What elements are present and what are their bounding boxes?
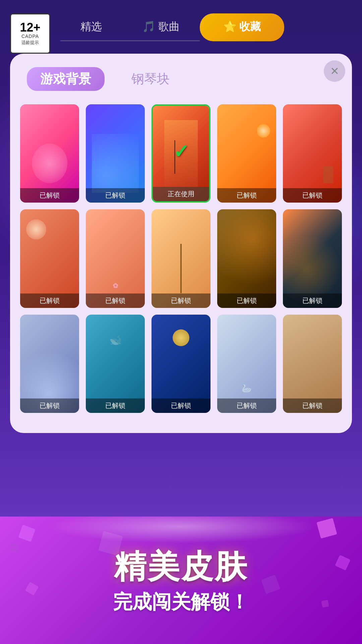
tab-featured[interactable]: 精选 (60, 13, 122, 41)
bg-thumbnail-14: 🦢 (217, 315, 276, 413)
top-navigation: 精选 🎵歌曲 ⭐收藏 (60, 13, 362, 41)
bg-item-label-2: 已解锁 (86, 188, 145, 203)
bg-item-label-11: 已解锁 (20, 398, 79, 413)
bg-thumbnail-5 (283, 104, 342, 203)
bg-item-label-6: 已解锁 (20, 293, 79, 308)
bg-item-label-4: 已解锁 (217, 188, 276, 203)
bg-item-1[interactable]: 已解锁 (20, 104, 79, 203)
age-hint-label: 适龄提示 (21, 40, 39, 46)
bg-thumbnail-11 (20, 315, 79, 413)
piano-block-label: 钢琴块 (131, 72, 170, 86)
bg-item-5[interactable]: 已解锁 (283, 104, 342, 203)
bg-item-2[interactable]: 已解锁 (86, 104, 145, 203)
favorites-label: 收藏 (239, 20, 261, 33)
bg-item-8[interactable]: 已解锁 (152, 209, 210, 308)
bottom-banner: 精美皮肤 完成闯关解锁！ (0, 517, 362, 644)
favorites-icon: ⭐ (223, 20, 237, 33)
bg-item-15[interactable]: 已解锁 (283, 315, 342, 413)
skin-selection-modal: ✕ 游戏背景 钢琴块 已解锁已解锁✓正在使用已解锁已解锁已解锁🌸已解锁已解锁已解… (10, 54, 352, 433)
tab-piano-block[interactable]: 钢琴块 (125, 67, 176, 91)
bg-item-6[interactable]: 已解锁 (20, 209, 79, 308)
bg-item-label-10: 已解锁 (283, 293, 342, 308)
featured-label: 精选 (80, 20, 102, 33)
bg-thumbnail-8 (152, 209, 210, 308)
tab-favorites[interactable]: ⭐收藏 (200, 13, 284, 41)
bg-thumbnail-10 (283, 209, 342, 308)
bg-thumbnail-4 (217, 104, 276, 203)
cadpa-label: CADPA (21, 34, 39, 39)
bg-thumbnail-6 (20, 209, 79, 308)
songs-icon: 🎵 (142, 20, 156, 33)
bg-thumbnail-13 (152, 315, 210, 413)
checkmark-icon: ✓ (173, 141, 189, 162)
background-grid: 已解锁已解锁✓正在使用已解锁已解锁已解锁🌸已解锁已解锁已解锁已解锁已解锁🐋已解锁… (20, 104, 342, 413)
bg-item-10[interactable]: 已解锁 (283, 209, 342, 308)
bg-item-label-5: 已解锁 (283, 188, 342, 203)
bg-item-label-12: 已解锁 (86, 398, 145, 413)
bg-item-3[interactable]: ✓正在使用 (152, 104, 210, 203)
bg-item-label-14: 已解锁 (217, 398, 276, 413)
bg-thumbnail-2 (86, 104, 145, 203)
tab-songs[interactable]: 🎵歌曲 (122, 13, 200, 41)
age-number: 12+ (20, 21, 40, 34)
bg-thumbnail-1 (20, 104, 79, 203)
bg-item-13[interactable]: 已解锁 (152, 315, 210, 413)
bg-thumbnail-7: 🌸 (86, 209, 145, 308)
banner-subtitle: 完成闯关解锁！ (113, 589, 249, 615)
bg-item-label-9: 已解锁 (217, 293, 276, 308)
modal-tabs: 游戏背景 钢琴块 (20, 67, 342, 91)
bg-item-9[interactable]: 已解锁 (217, 209, 276, 308)
age-rating-badge: 12+ CADPA 适龄提示 (10, 13, 50, 54)
bg-item-4[interactable]: 已解锁 (217, 104, 276, 203)
bg-thumbnail-12: 🐋 (86, 315, 145, 413)
bg-item-label-1: 已解锁 (20, 188, 79, 203)
tab-game-background[interactable]: 游戏背景 (27, 67, 105, 91)
songs-label: 歌曲 (158, 20, 180, 33)
bg-item-7[interactable]: 🌸已解锁 (86, 209, 145, 308)
banner-title: 精美皮肤 (114, 545, 248, 589)
bg-thumbnail-15 (283, 315, 342, 413)
bg-thumbnail-9 (217, 209, 276, 308)
bg-item-14[interactable]: 🦢已解锁 (217, 315, 276, 413)
bg-item-label-13: 已解锁 (152, 398, 210, 413)
close-icon: ✕ (330, 65, 339, 77)
game-bg-label: 游戏背景 (40, 72, 91, 86)
bg-item-label-7: 已解锁 (86, 293, 145, 308)
bg-item-12[interactable]: 🐋已解锁 (86, 315, 145, 413)
bg-item-label-3: 正在使用 (153, 187, 209, 201)
bg-item-label-15: 已解锁 (283, 398, 342, 413)
bg-item-label-8: 已解锁 (152, 293, 210, 308)
close-button[interactable]: ✕ (324, 60, 345, 82)
bg-item-11[interactable]: 已解锁 (20, 315, 79, 413)
